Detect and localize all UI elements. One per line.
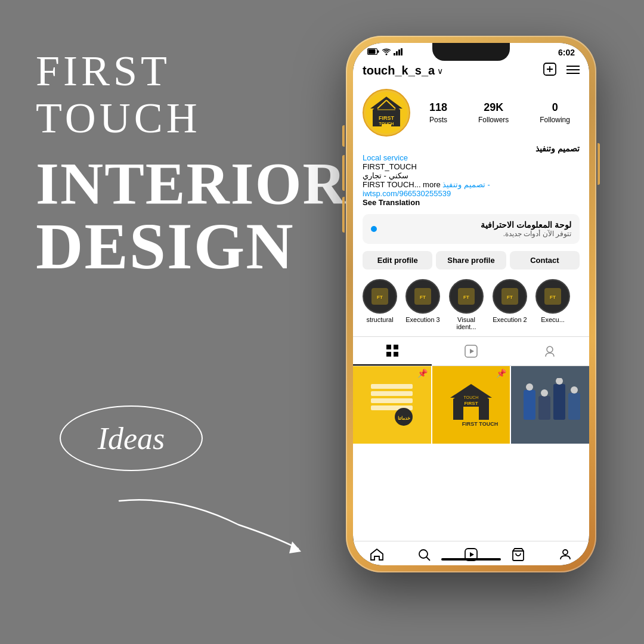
followers-stat[interactable]: 29K Followers <box>478 101 509 125</box>
post-thumb-2[interactable]: 📌 FIRST TOUCH FIRST TOUCH <box>432 366 510 444</box>
avatar[interactable]: FIRST TOUCH <box>363 89 410 137</box>
home-indicator <box>441 558 501 561</box>
contact-button[interactable]: Contact <box>510 251 580 270</box>
posts-label: Posts <box>429 116 447 124</box>
highlight-circle-structural: FT <box>363 279 397 314</box>
svg-point-46 <box>547 346 553 352</box>
signal-icon <box>394 48 403 57</box>
highlight-label-visual: Visual ident... <box>448 316 484 330</box>
svg-rect-43 <box>394 352 398 357</box>
nav-home[interactable] <box>370 547 384 562</box>
svg-rect-40 <box>386 345 391 349</box>
ig-header: touch_k_s_a ∨ <box>353 60 589 84</box>
post-thumb-1[interactable]: 📌 خدماتنا <box>353 366 431 444</box>
phone-screen: 6:02 touch_k_s_a ∨ <box>353 43 589 565</box>
story-highlights: FT structural FT Exe <box>353 275 589 336</box>
svg-point-69 <box>571 386 578 394</box>
svg-rect-2 <box>377 51 379 53</box>
svg-rect-65 <box>568 393 580 420</box>
ideas-bubble: Ideas <box>60 405 203 471</box>
svg-marker-70 <box>371 549 383 560</box>
action-buttons: Edit profile Share profile Contact <box>353 249 589 275</box>
status-time: 6:02 <box>558 48 575 57</box>
svg-point-76 <box>563 550 568 555</box>
svg-rect-3 <box>369 49 376 54</box>
battery-icon <box>367 48 379 57</box>
svg-rect-57 <box>463 407 479 420</box>
svg-marker-74 <box>470 552 474 557</box>
menu-icon[interactable] <box>566 64 580 78</box>
chevron-down-icon: ∨ <box>437 66 443 76</box>
edit-profile-button[interactable]: Edit profile <box>363 251 432 270</box>
highlight-circle-execution3: FT <box>405 279 440 314</box>
nav-search[interactable] <box>417 547 431 562</box>
svg-text:FT: FT <box>507 295 513 300</box>
content-tab-bar <box>353 336 589 366</box>
title-first-touch: FIRST TOUCH <box>36 48 322 142</box>
highlight-execution2[interactable]: FT Execution 2 <box>493 279 527 330</box>
title-interior: INTERIOR <box>36 154 322 213</box>
power-button <box>597 143 600 185</box>
pro-dashboard-banner[interactable]: لوحة المعلومات الاحترافية تتوفر الآن أدو… <box>363 214 580 244</box>
avatar-logo: FIRST TOUCH <box>366 92 407 134</box>
posts-stat[interactable]: 118 Posts <box>429 101 447 125</box>
svg-marker-0 <box>289 541 301 553</box>
svg-line-72 <box>426 557 430 561</box>
ig-username[interactable]: touch_k_s_a ∨ <box>363 64 443 78</box>
tab-reels[interactable] <box>432 337 510 366</box>
bio-link[interactable]: iwtsp.com/966530255539 <box>363 189 580 198</box>
title-design: DESIGN <box>36 213 322 279</box>
nav-shop[interactable] <box>511 547 525 562</box>
phone-container: 6:02 touch_k_s_a ∨ <box>346 36 620 608</box>
svg-point-4 <box>386 53 388 55</box>
bio-desc2: FIRST TOUCH... more تصميم وتنفيذ - <box>363 180 580 189</box>
highlight-label-structural: structural <box>366 316 393 323</box>
nav-profile[interactable] <box>558 547 572 562</box>
highlight-structural[interactable]: FT structural <box>363 279 397 330</box>
svg-rect-49 <box>371 391 413 396</box>
highlight-circle-visual: FT <box>449 279 484 314</box>
svg-text:TOUCH: TOUCH <box>379 122 394 126</box>
volume-up-button <box>342 155 345 191</box>
post-thumb-3[interactable] <box>511 366 589 444</box>
tab-grid[interactable] <box>353 337 432 366</box>
svg-rect-48 <box>371 384 413 389</box>
bio-desc-ar: سكني - تجاري <box>363 171 580 180</box>
svg-rect-6 <box>396 51 398 55</box>
ideas-bubble-container: Ideas <box>60 405 239 501</box>
highlight-circle-execution2: FT <box>493 279 527 314</box>
wifi-icon <box>382 48 391 57</box>
svg-text:FT: FT <box>377 295 383 300</box>
svg-point-67 <box>541 389 548 397</box>
svg-point-66 <box>526 383 533 391</box>
phone-outer: 6:02 touch_k_s_a ∨ <box>346 36 596 572</box>
svg-rect-50 <box>371 398 413 403</box>
bio-category[interactable]: Local service <box>363 153 580 162</box>
phone-notch <box>432 43 510 61</box>
svg-text:FT: FT <box>420 295 426 300</box>
add-post-icon[interactable] <box>543 62 557 79</box>
followers-label: Followers <box>478 116 509 124</box>
share-profile-button[interactable]: Share profile <box>436 251 506 270</box>
tagged-icon <box>543 345 556 358</box>
bio-see-translation[interactable]: See Translation <box>363 198 580 207</box>
following-stat[interactable]: 0 Following <box>540 101 570 125</box>
svg-text:خدماتنا: خدماتنا <box>398 416 410 421</box>
post-pin-2: 📌 <box>496 369 506 378</box>
svg-rect-62 <box>524 390 535 420</box>
ig-header-icons <box>543 62 580 79</box>
ideas-label: Ideas <box>98 421 165 456</box>
volume-down-button <box>342 197 345 233</box>
status-left <box>367 48 403 57</box>
highlight-execution3[interactable]: FT Execution 3 <box>405 279 440 330</box>
post-pin-1: 📌 <box>417 369 428 378</box>
post-content-3 <box>518 378 583 432</box>
svg-marker-45 <box>470 349 474 354</box>
svg-rect-5 <box>394 53 395 55</box>
svg-rect-7 <box>398 49 400 55</box>
tab-tagged[interactable] <box>510 337 589 366</box>
highlight-execu[interactable]: FT Execu... <box>535 279 570 330</box>
svg-text:FT: FT <box>463 295 469 300</box>
highlight-visual-identity[interactable]: FT Visual ident... <box>448 279 484 330</box>
pro-banner-subtitle: تتوفر الآن أدوات جديدة. <box>481 230 571 238</box>
